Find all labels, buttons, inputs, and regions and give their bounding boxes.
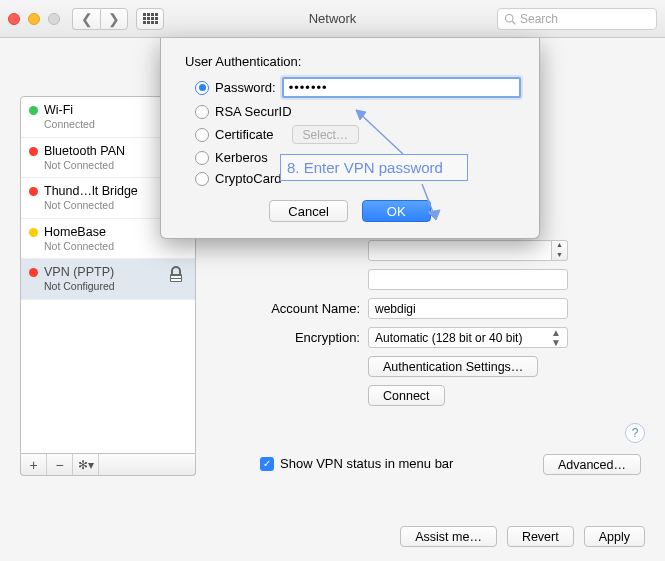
sidebar-item-label: HomeBase [44,225,114,240]
certificate-label: Certificate [215,127,274,142]
sidebar-item-label: Thund…lt Bridge [44,184,138,199]
stepper-icon[interactable]: ▲▼ [552,240,568,261]
advanced-button[interactable]: Advanced… [543,454,641,475]
svg-line-1 [512,21,515,24]
sidebar-item-label: Bluetooth PAN [44,144,125,159]
radio-kerberos[interactable] [195,151,209,165]
show-status-label: Show VPN status in menu bar [280,456,453,471]
status-dot-icon [29,228,38,237]
svg-rect-4 [171,279,181,281]
help-button[interactable]: ? [625,423,645,443]
window-titlebar: ❮ ❯ Network Search [0,0,665,38]
forward-button[interactable]: ❯ [100,8,128,30]
sidebar-item-label: VPN (PPTP) [44,265,115,280]
show-all-button[interactable] [136,8,164,30]
password-label: Password: [215,80,276,95]
radio-row-password[interactable]: Password: [195,77,521,98]
sidebar-item-status: Not Configured [44,280,115,293]
svg-point-0 [506,14,514,22]
cryptocard-label: CryptoCard [215,171,281,186]
row-encryption: Encryption: Automatic (128 bit or 40 bit… [210,327,645,348]
close-window-icon[interactable] [8,13,20,25]
show-status-row: ✓ Show VPN status in menu bar [260,456,453,471]
auth-settings-button[interactable]: Authentication Settings… [368,356,538,377]
grid-icon [143,13,158,24]
account-name-input[interactable]: webdigi [368,298,568,319]
sidebar-item-status: Not Connected [44,240,114,253]
password-input[interactable] [282,77,521,98]
status-dot-icon [29,187,38,196]
radio-rsa[interactable] [195,105,209,119]
connect-button[interactable]: Connect [368,385,445,406]
search-field[interactable]: Search [497,8,657,30]
minimize-window-icon[interactable] [28,13,40,25]
cancel-button[interactable]: Cancel [269,200,347,222]
search-placeholder: Search [520,12,558,26]
svg-rect-3 [171,276,181,278]
row-unknown-select: ▲▼ [210,240,645,261]
row-account-name: Account Name: webdigi [210,298,645,319]
assist-me-button[interactable]: Assist me… [400,526,497,547]
nav-buttons: ❮ ❯ [72,8,128,30]
traffic-lights [8,13,60,25]
rsa-label: RSA SecurID [215,104,292,119]
annotation-arrow-icon [348,102,418,162]
kerberos-label: Kerberos [215,150,268,165]
server-address-input[interactable] [368,269,568,290]
bottom-button-bar: Assist me… Revert Apply [400,526,645,547]
encryption-label: Encryption: [210,330,360,345]
sidebar-item-status: Connected [44,118,95,131]
radio-cryptocard[interactable] [195,172,209,186]
account-name-label: Account Name: [210,301,360,316]
annotation-label: 8. Enter VPN password [280,154,468,181]
search-icon [504,13,516,25]
zoom-window-icon[interactable] [48,13,60,25]
sidebar-item-status: Not Connected [44,159,125,172]
annotation-text: 8. Enter VPN password [287,159,443,176]
svg-marker-8 [428,210,440,220]
sidebar-toolbar: + − ✻▾ [20,454,196,476]
row-connect: Connect [210,385,645,406]
radio-certificate[interactable] [195,128,209,142]
show-status-checkbox[interactable]: ✓ [260,457,274,471]
row-blank-input [210,269,645,290]
back-button[interactable]: ❮ [72,8,100,30]
status-dot-icon [29,268,38,277]
sidebar-item-label: Wi-Fi [44,103,95,118]
encryption-value: Automatic (128 bit or 40 bit) [375,331,522,345]
status-dot-icon [29,147,38,156]
service-actions-button[interactable]: ✻▾ [73,454,99,475]
sidebar-item-vpn-pptp[interactable]: VPN (PPTP) Not Configured [21,259,195,300]
row-auth-settings: Authentication Settings… [210,356,645,377]
radio-password[interactable] [195,81,209,95]
encryption-select[interactable]: Automatic (128 bit or 40 bit) ▲▼ [368,327,568,348]
annotation-arrow-icon [410,182,450,230]
apply-button[interactable]: Apply [584,526,645,547]
account-name-value: webdigi [375,302,416,316]
chevron-updown-icon: ▲▼ [551,328,561,348]
sidebar-item-status: Not Connected [44,199,138,212]
status-dot-icon [29,106,38,115]
vpn-lock-icon [165,265,187,285]
revert-button[interactable]: Revert [507,526,574,547]
sheet-heading: User Authentication: [185,54,521,69]
config-select[interactable] [368,240,552,261]
add-service-button[interactable]: + [21,454,47,475]
remove-service-button[interactable]: − [47,454,73,475]
